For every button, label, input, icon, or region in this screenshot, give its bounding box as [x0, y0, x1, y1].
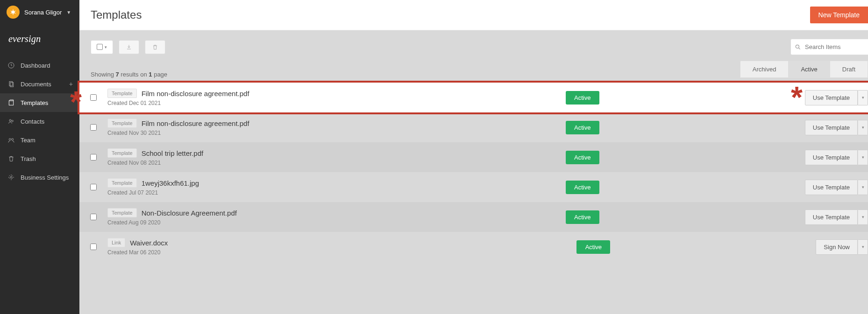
row-actions-dropdown[interactable]: ▾	[858, 120, 868, 135]
nav-dashboard[interactable]: Dashboard	[0, 56, 79, 75]
content-area: ▾ Showing 7 results on 1 page	[79, 30, 868, 314]
page-header: Templates New Template	[79, 0, 868, 30]
documents-icon	[7, 80, 15, 88]
svg-point-10	[796, 45, 799, 48]
row-checkbox-wrap	[79, 184, 107, 190]
type-badge: Template	[107, 119, 137, 128]
status-badge: Active	[566, 210, 599, 224]
template-row[interactable]: TemplateFilm non-disclosure agreement.pd…	[79, 83, 868, 112]
svg-rect-3	[10, 83, 14, 87]
template-name[interactable]: Film non-disclosure agreement.pdf	[142, 90, 249, 98]
template-name[interactable]: 1weyj36kxfh61.jpg	[142, 179, 199, 187]
nav-label: Templates	[21, 99, 48, 106]
new-template-button[interactable]: New Template	[810, 7, 868, 23]
user-menu[interactable]: Sorana Gligor ▼	[0, 0, 79, 24]
row-checkbox[interactable]	[90, 214, 97, 220]
created-date: Created Nov 30 2021	[107, 130, 566, 136]
delete-button[interactable]	[145, 40, 165, 54]
row-checkbox[interactable]	[90, 124, 97, 131]
status-badge: Active	[566, 151, 599, 164]
template-name[interactable]: Film non-disclosure agreement.pdf	[142, 119, 249, 127]
row-checkbox-wrap	[79, 214, 107, 220]
row-checkbox[interactable]	[90, 94, 97, 101]
template-name[interactable]: Waiver.docx	[130, 239, 168, 247]
template-row[interactable]: TemplateSchool trip letter.pdfCreated No…	[79, 142, 868, 172]
nav-settings[interactable]: Business Settings	[0, 168, 79, 187]
annotation-asterisk-row: *	[791, 89, 803, 106]
row-actions-dropdown[interactable]: ▾	[858, 180, 868, 195]
row-checkbox-wrap	[79, 244, 107, 250]
status-badge: Active	[576, 240, 610, 254]
svg-text:eversign: eversign	[8, 34, 41, 44]
use-template-button[interactable]: Use Template	[805, 180, 858, 195]
search-icon	[795, 44, 801, 50]
contacts-icon	[7, 118, 15, 125]
select-all-button[interactable]: ▾	[91, 40, 113, 54]
user-name: Sorana Gligor	[24, 9, 62, 16]
tab-archived[interactable]: Archived	[740, 61, 789, 78]
row-actions-dropdown[interactable]: ▾	[858, 150, 868, 165]
tab-draft[interactable]: Draft	[830, 61, 868, 78]
template-row[interactable]: Template1weyj36kxfh61.jpgCreated Jul 07 …	[79, 172, 868, 202]
nav-label: Trash	[21, 155, 36, 162]
created-date: Created Nov 08 2021	[107, 160, 566, 166]
nav-contacts[interactable]: Contacts	[0, 112, 79, 131]
download-button[interactable]	[119, 40, 139, 54]
nav-label: Contacts	[21, 118, 44, 125]
type-badge: Link	[107, 238, 125, 247]
download-icon	[126, 44, 132, 50]
row-checkbox[interactable]	[90, 154, 97, 160]
filter-tabs: Archived Active Draft	[740, 61, 868, 78]
nav-documents[interactable]: Documents +	[0, 75, 79, 93]
use-template-button[interactable]: Use Template	[805, 150, 858, 165]
search-input[interactable]	[805, 39, 861, 55]
row-actions-dropdown[interactable]: ▾	[858, 209, 868, 225]
list-meta: Showing 7 results on 1 page Archived Act…	[79, 61, 868, 83]
template-row[interactable]: TemplateNon-Disclosure Agreement.pdfCrea…	[79, 202, 868, 232]
svg-point-9	[10, 176, 12, 178]
chevron-down-icon: ▼	[66, 10, 71, 15]
nav-templates[interactable]: Templates	[0, 93, 79, 112]
type-badge: Template	[107, 89, 137, 98]
clock-icon	[7, 62, 15, 69]
use-template-button[interactable]: Use Template	[805, 90, 858, 105]
page-title: Templates	[91, 8, 142, 21]
nav-trash[interactable]: Trash	[0, 149, 79, 168]
row-actions-dropdown[interactable]: ▾	[858, 90, 868, 105]
status-badge: Active	[566, 91, 599, 105]
team-icon	[7, 136, 15, 144]
row-checkbox-wrap	[79, 154, 107, 160]
template-row[interactable]: LinkWaiver.docxCreated Mar 06 2020Active…	[79, 232, 868, 262]
annotation-asterisk-sidebar: *	[70, 93, 82, 111]
nav-label: Dashboard	[21, 62, 50, 69]
use-template-button[interactable]: Use Template	[805, 120, 858, 135]
trash-icon	[7, 155, 15, 162]
use-template-button[interactable]: Use Template	[805, 209, 858, 225]
status-badge: Active	[566, 181, 599, 194]
nav-label: Team	[21, 137, 36, 144]
type-badge: Template	[107, 208, 137, 217]
created-date: Created Dec 01 2021	[107, 100, 566, 106]
type-badge: Template	[107, 148, 137, 158]
row-checkbox-wrap	[79, 94, 107, 101]
row-checkbox[interactable]	[90, 184, 97, 190]
tab-active[interactable]: Active	[788, 61, 830, 78]
row-actions-dropdown[interactable]: ▾	[858, 239, 868, 255]
nav-team[interactable]: Team	[0, 131, 79, 149]
nav-label: Business Settings	[21, 174, 69, 181]
avatar	[7, 6, 20, 19]
svg-point-5	[9, 119, 11, 121]
toolbar: ▾	[79, 30, 868, 61]
brand-logo: eversign	[0, 24, 79, 56]
template-name[interactable]: Non-Disclosure Agreement.pdf	[142, 209, 237, 217]
svg-point-6	[12, 120, 13, 122]
template-name[interactable]: School trip letter.pdf	[142, 149, 204, 157]
status-badge: Active	[566, 121, 599, 134]
svg-rect-2	[9, 82, 13, 86]
template-row[interactable]: TemplateFilm non-disclosure agreement.pd…	[79, 112, 868, 142]
row-checkbox[interactable]	[90, 244, 97, 250]
row-checkbox-wrap	[79, 124, 107, 131]
type-badge: Template	[107, 178, 137, 188]
search-box[interactable]	[790, 39, 868, 55]
sign-now-button[interactable]: Sign Now	[816, 239, 858, 255]
